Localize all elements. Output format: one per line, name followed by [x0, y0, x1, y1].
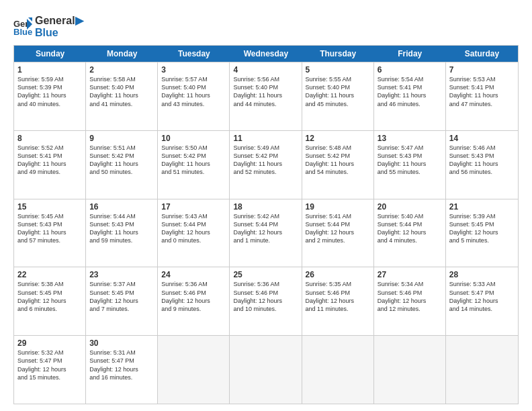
- day-info: Sunrise: 5:49 AMSunset: 5:42 PMDaylight:…: [233, 144, 298, 177]
- day-cell-14: 14Sunrise: 5:46 AMSunset: 5:43 PMDayligh…: [446, 131, 518, 199]
- day-cell-2: 2Sunrise: 5:58 AMSunset: 5:40 PMDaylight…: [86, 62, 158, 130]
- day-number: 20: [378, 202, 442, 212]
- day-number: 3: [161, 65, 226, 75]
- header-day-thursday: Thursday: [302, 46, 374, 62]
- day-cell-8: 8Sunrise: 5:52 AMSunset: 5:41 PMDaylight…: [14, 131, 86, 199]
- empty-cell: [302, 336, 374, 404]
- day-number: 12: [306, 134, 370, 143]
- day-info: Sunrise: 5:46 AMSunset: 5:43 PMDaylight:…: [449, 144, 515, 177]
- day-cell-22: 22Sunrise: 5:38 AMSunset: 5:45 PMDayligh…: [14, 267, 86, 335]
- day-number: 11: [233, 134, 298, 143]
- day-number: 17: [161, 202, 226, 212]
- day-cell-4: 4Sunrise: 5:56 AMSunset: 5:40 PMDaylight…: [230, 62, 302, 130]
- day-info: Sunrise: 5:31 AMSunset: 5:47 PMDaylight:…: [89, 349, 154, 381]
- day-info: Sunrise: 5:59 AMSunset: 5:39 PMDaylight:…: [17, 75, 82, 108]
- day-number: 25: [233, 270, 298, 279]
- day-info: Sunrise: 5:36 AMSunset: 5:46 PMDaylight:…: [161, 280, 226, 313]
- day-cell-11: 11Sunrise: 5:49 AMSunset: 5:42 PMDayligh…: [230, 131, 302, 199]
- day-number: 2: [89, 65, 154, 75]
- day-info: Sunrise: 5:52 AMSunset: 5:41 PMDaylight:…: [17, 144, 82, 177]
- header-day-wednesday: Wednesday: [230, 46, 302, 62]
- day-number: 13: [378, 134, 442, 143]
- day-number: 4: [233, 65, 298, 75]
- day-cell-15: 15Sunrise: 5:45 AMSunset: 5:43 PMDayligh…: [14, 199, 86, 267]
- header-day-monday: Monday: [86, 46, 158, 62]
- logo-text: General▶ Blue: [35, 15, 83, 38]
- day-info: Sunrise: 5:44 AMSunset: 5:43 PMDaylight:…: [89, 212, 154, 245]
- day-number: 8: [17, 134, 82, 143]
- day-number: 18: [233, 202, 298, 212]
- calendar-row-2: 15Sunrise: 5:45 AMSunset: 5:43 PMDayligh…: [14, 199, 518, 267]
- empty-cell: [446, 336, 518, 404]
- header: Gen Blue General▶ Blue: [13, 12, 519, 38]
- day-cell-6: 6Sunrise: 5:54 AMSunset: 5:41 PMDaylight…: [374, 62, 446, 130]
- day-cell-7: 7Sunrise: 5:53 AMSunset: 5:41 PMDaylight…: [446, 62, 518, 130]
- day-number: 28: [449, 270, 515, 279]
- header-day-saturday: Saturday: [446, 46, 518, 62]
- day-cell-17: 17Sunrise: 5:43 AMSunset: 5:44 PMDayligh…: [158, 199, 230, 267]
- calendar-row-4: 29Sunrise: 5:32 AMSunset: 5:47 PMDayligh…: [14, 335, 518, 404]
- day-number: 14: [449, 134, 515, 143]
- day-number: 5: [306, 65, 370, 75]
- day-number: 10: [161, 134, 226, 143]
- day-info: Sunrise: 5:39 AMSunset: 5:45 PMDaylight:…: [449, 212, 515, 245]
- day-info: Sunrise: 5:40 AMSunset: 5:44 PMDaylight:…: [378, 212, 442, 245]
- logo-icon: Gen Blue: [13, 17, 32, 36]
- day-cell-9: 9Sunrise: 5:51 AMSunset: 5:42 PMDaylight…: [86, 131, 158, 199]
- day-info: Sunrise: 5:32 AMSunset: 5:47 PMDaylight:…: [17, 349, 82, 381]
- day-number: 29: [17, 338, 82, 348]
- empty-cell: [230, 336, 302, 404]
- day-number: 1: [17, 65, 82, 75]
- day-info: Sunrise: 5:34 AMSunset: 5:46 PMDaylight:…: [378, 280, 442, 313]
- day-cell-16: 16Sunrise: 5:44 AMSunset: 5:43 PMDayligh…: [86, 199, 158, 267]
- day-info: Sunrise: 5:36 AMSunset: 5:46 PMDaylight:…: [233, 280, 298, 313]
- day-number: 21: [449, 202, 515, 212]
- calendar-row-3: 22Sunrise: 5:38 AMSunset: 5:45 PMDayligh…: [14, 267, 518, 335]
- day-number: 7: [449, 65, 515, 75]
- day-info: Sunrise: 5:33 AMSunset: 5:47 PMDaylight:…: [449, 280, 515, 313]
- day-info: Sunrise: 5:56 AMSunset: 5:40 PMDaylight:…: [233, 75, 298, 108]
- day-info: Sunrise: 5:53 AMSunset: 5:41 PMDaylight:…: [449, 75, 515, 108]
- day-info: Sunrise: 5:37 AMSunset: 5:45 PMDaylight:…: [89, 280, 154, 313]
- day-cell-3: 3Sunrise: 5:57 AMSunset: 5:40 PMDaylight…: [158, 62, 230, 130]
- day-cell-29: 29Sunrise: 5:32 AMSunset: 5:47 PMDayligh…: [14, 336, 86, 404]
- day-cell-18: 18Sunrise: 5:42 AMSunset: 5:44 PMDayligh…: [230, 199, 302, 267]
- day-cell-10: 10Sunrise: 5:50 AMSunset: 5:42 PMDayligh…: [158, 131, 230, 199]
- day-number: 22: [17, 270, 82, 279]
- day-cell-25: 25Sunrise: 5:36 AMSunset: 5:46 PMDayligh…: [230, 267, 302, 335]
- day-number: 24: [161, 270, 226, 279]
- calendar-row-0: 1Sunrise: 5:59 AMSunset: 5:39 PMDaylight…: [14, 62, 518, 130]
- day-info: Sunrise: 5:57 AMSunset: 5:40 PMDaylight:…: [161, 75, 226, 108]
- day-number: 26: [306, 270, 370, 279]
- header-day-friday: Friday: [374, 46, 446, 62]
- calendar-body: 1Sunrise: 5:59 AMSunset: 5:39 PMDaylight…: [14, 62, 518, 404]
- svg-text:Blue: Blue: [13, 27, 32, 36]
- day-info: Sunrise: 5:51 AMSunset: 5:42 PMDaylight:…: [89, 144, 154, 177]
- day-cell-26: 26Sunrise: 5:35 AMSunset: 5:46 PMDayligh…: [302, 267, 374, 335]
- page: Gen Blue General▶ Blue SundayMondayTuesd…: [0, 0, 532, 411]
- day-info: Sunrise: 5:43 AMSunset: 5:44 PMDaylight:…: [161, 212, 226, 245]
- day-number: 27: [378, 270, 442, 279]
- header-day-sunday: Sunday: [14, 46, 86, 62]
- day-cell-21: 21Sunrise: 5:39 AMSunset: 5:45 PMDayligh…: [446, 199, 518, 267]
- day-info: Sunrise: 5:54 AMSunset: 5:41 PMDaylight:…: [378, 75, 442, 108]
- day-info: Sunrise: 5:42 AMSunset: 5:44 PMDaylight:…: [233, 212, 298, 245]
- day-info: Sunrise: 5:45 AMSunset: 5:43 PMDaylight:…: [17, 212, 82, 245]
- day-cell-20: 20Sunrise: 5:40 AMSunset: 5:44 PMDayligh…: [374, 199, 446, 267]
- day-cell-23: 23Sunrise: 5:37 AMSunset: 5:45 PMDayligh…: [86, 267, 158, 335]
- day-number: 15: [17, 202, 82, 212]
- day-info: Sunrise: 5:55 AMSunset: 5:40 PMDaylight:…: [306, 75, 370, 108]
- header-day-tuesday: Tuesday: [158, 46, 230, 62]
- day-cell-24: 24Sunrise: 5:36 AMSunset: 5:46 PMDayligh…: [158, 267, 230, 335]
- day-info: Sunrise: 5:38 AMSunset: 5:45 PMDaylight:…: [17, 280, 82, 313]
- day-info: Sunrise: 5:41 AMSunset: 5:44 PMDaylight:…: [306, 212, 370, 245]
- day-cell-5: 5Sunrise: 5:55 AMSunset: 5:40 PMDaylight…: [302, 62, 374, 130]
- day-number: 16: [89, 202, 154, 212]
- day-cell-1: 1Sunrise: 5:59 AMSunset: 5:39 PMDaylight…: [14, 62, 86, 130]
- calendar-row-1: 8Sunrise: 5:52 AMSunset: 5:41 PMDaylight…: [14, 130, 518, 199]
- calendar-header: SundayMondayTuesdayWednesdayThursdayFrid…: [14, 46, 518, 62]
- day-cell-13: 13Sunrise: 5:47 AMSunset: 5:43 PMDayligh…: [374, 131, 446, 199]
- day-cell-28: 28Sunrise: 5:33 AMSunset: 5:47 PMDayligh…: [446, 267, 518, 335]
- day-info: Sunrise: 5:48 AMSunset: 5:42 PMDaylight:…: [306, 144, 370, 177]
- day-info: Sunrise: 5:35 AMSunset: 5:46 PMDaylight:…: [306, 280, 370, 313]
